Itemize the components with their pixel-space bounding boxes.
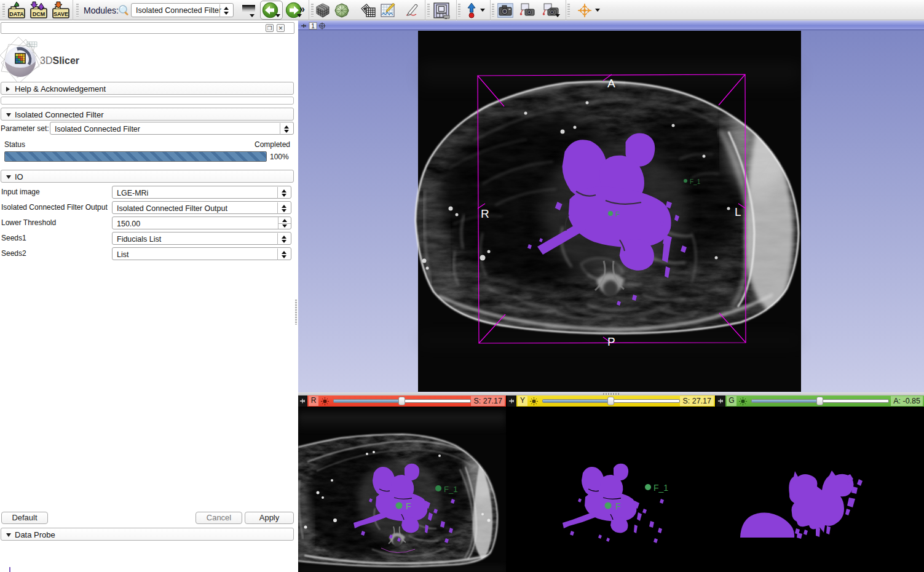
svg-text:R: R — [481, 207, 489, 220]
svg-text:F_1: F_1 — [690, 178, 701, 185]
svg-text:SAVE: SAVE — [53, 11, 68, 17]
svg-text:1: 1 — [311, 23, 315, 30]
svg-text:3DSlicer: 3DSlicer — [40, 55, 79, 66]
svg-text:A: A — [607, 77, 615, 90]
svg-text:F: F — [615, 501, 621, 511]
svg-text:F: F — [406, 501, 411, 511]
svg-text:L: L — [735, 205, 741, 218]
svg-text:DCM: DCM — [33, 11, 45, 17]
svg-text:F: F — [615, 210, 620, 218]
svg-text:F_1: F_1 — [654, 483, 668, 493]
svg-text:P: P — [607, 335, 615, 348]
svg-text:DATA: DATA — [9, 11, 24, 17]
svg-text:F_1: F_1 — [444, 485, 457, 494]
